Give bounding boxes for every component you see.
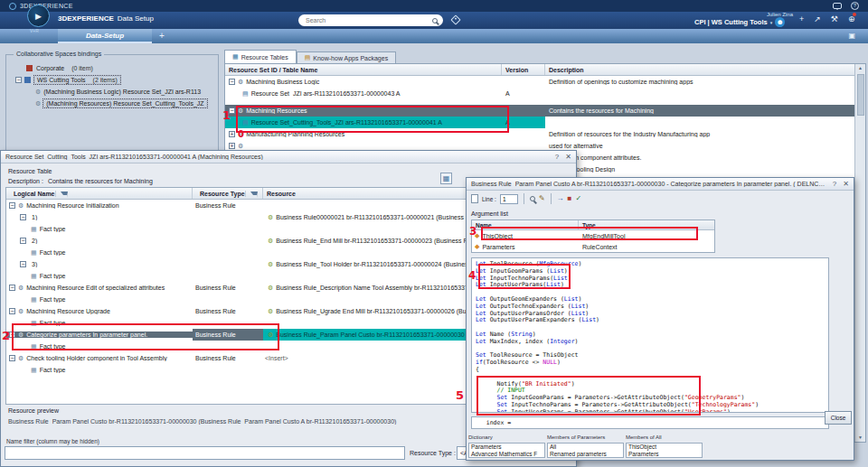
column-header-resource-type[interactable]: Resource Type	[193, 188, 263, 199]
column-header-name[interactable]: Resource Set ID / Table Name	[225, 64, 502, 75]
code-line: if(ToolResource <> NULL)	[476, 360, 828, 367]
resource-type	[193, 258, 263, 270]
argument-row-parameters[interactable]: ◆Parameters RuleContext	[472, 241, 714, 252]
table-row[interactable]: Machining Business Logic Definition of o…	[225, 76, 854, 88]
expander-icon[interactable]	[9, 202, 15, 209]
expander-icon[interactable]	[229, 143, 235, 149]
list-item[interactable]: Parameters	[469, 444, 544, 451]
column-header-name[interactable]: Name	[472, 220, 579, 229]
page-icon[interactable]	[471, 194, 478, 203]
logical-name: Fact type	[40, 273, 66, 279]
vertical-scrollbar[interactable]: ▲ ▼	[854, 64, 865, 442]
dictionary-list[interactable]: ParametersAdvanced Mathematics FPart Mea…	[468, 443, 545, 458]
resource-type	[193, 211, 263, 223]
edit-icon[interactable]: ✎	[539, 192, 545, 205]
column-header-type[interactable]: Type	[579, 220, 714, 229]
expander-icon[interactable]	[20, 238, 26, 244]
table-row[interactable]: Resource Set_JZI ars-R1132101653371-0000…	[225, 88, 854, 99]
expander-icon[interactable]	[9, 308, 15, 314]
new-tab-button[interactable]: +	[159, 31, 165, 41]
avatar[interactable]: ☻	[775, 17, 785, 27]
maximize-icon[interactable]: ▣	[848, 32, 855, 40]
name-filter-input[interactable]	[5, 446, 405, 460]
help-button[interactable]: ?	[555, 153, 559, 161]
search-icon[interactable]	[530, 196, 535, 201]
column-header-logical-name[interactable]: Logical Name	[6, 188, 193, 199]
resource-type	[193, 247, 263, 258]
tree-item-machining-resources[interactable]: ⚙ (Machining Resources) Resource Set_Cut…	[6, 98, 218, 109]
code-line: Notify("BR Initiated")	[476, 381, 828, 388]
expander-icon[interactable]	[20, 261, 26, 267]
dialog-title-bar[interactable]: Business Rule_Param Panel Custo A br-R11…	[467, 178, 854, 191]
app-brand: 3DEXPERIENCE	[58, 14, 114, 23]
line-number-input[interactable]	[500, 194, 518, 204]
expander-icon[interactable]	[15, 77, 22, 83]
scroll-up-icon[interactable]: ▲	[858, 64, 863, 72]
filter-icon[interactable]	[250, 191, 258, 198]
chat-bubble-icon[interactable]	[833, 3, 842, 9]
expander-icon[interactable]	[20, 214, 26, 220]
expander-icon[interactable]	[229, 79, 235, 85]
list-item[interactable]: Renamed parameters	[548, 451, 623, 458]
close-button[interactable]: ✕	[565, 153, 571, 161]
tools-icon[interactable]: ⚒	[831, 13, 838, 25]
list-item[interactable]: Advanced Mathematics F	[469, 451, 544, 458]
search-input[interactable]	[304, 16, 432, 24]
members-of-parameters-list[interactable]: AllRenamed parametersEnd Mill	[547, 443, 624, 458]
add-icon[interactable]: +	[799, 13, 804, 25]
expander-icon[interactable]	[9, 332, 15, 338]
tree-item-corporate[interactable]: Corporate (0 item)	[6, 62, 218, 74]
table-view-button[interactable]: ▦	[440, 173, 452, 184]
list-item[interactable]: End Mill	[548, 457, 623, 458]
scroll-down-icon[interactable]: ▼	[858, 434, 863, 442]
filter-icon[interactable]	[61, 191, 68, 198]
table-row[interactable]: Machining Resources Contains the resourc…	[225, 105, 854, 117]
column-header-version[interactable]: Version	[502, 64, 545, 75]
tab-know-how-apps-packages[interactable]: ▤ Know-how Apps Packages	[297, 51, 397, 63]
argument-name: ThisObject	[482, 233, 512, 239]
share-icon[interactable]: ↗	[814, 13, 821, 25]
resource-value: Business Rule_Tool Holder br-R1132101653…	[276, 261, 483, 267]
dialog-title-bar[interactable]: Resource Set_Cutting_Tools_JZI ars-R1132…	[1, 151, 576, 163]
tab-data-setup[interactable]: Data-Setup	[58, 29, 152, 43]
help-button[interactable]: ?	[833, 180, 836, 188]
expander-icon[interactable]	[229, 107, 235, 114]
list-item[interactable]: All	[548, 444, 623, 451]
list-item[interactable]: Parameters	[627, 451, 702, 458]
row-type-icon	[31, 343, 37, 350]
ekl-code-editor[interactable]: Let ToolResource (MfgResource)Let InputG…	[471, 257, 829, 413]
tree-item-ws-cutting-tools[interactable]: WS Cutting Tools (2 items)	[6, 74, 218, 86]
scrollbar-thumb[interactable]	[857, 74, 864, 116]
tree-label: Corporate	[36, 65, 64, 71]
dictionary-header: Dictionary	[468, 434, 545, 443]
stop-icon[interactable]: ■	[568, 192, 572, 205]
expander-icon[interactable]	[229, 131, 235, 137]
globe-icon[interactable]: ⊕	[848, 13, 855, 25]
expander-icon[interactable]	[9, 285, 15, 291]
tab-resource-tables[interactable]: ▦ Resource Tables	[224, 50, 297, 63]
argument-table: Name Type ◆ThisObject MfgEndMillTool ◆Pa…	[471, 219, 715, 253]
tree-item-machining-business-logic[interactable]: ⚙ (Machining Business Logic) Resource Se…	[6, 86, 218, 98]
search-icon[interactable]	[432, 18, 438, 23]
goto-line-icon[interactable]: →	[557, 192, 564, 205]
table-row[interactable]: Resource Set_Cutting_Tools_JZI ars-R1132…	[225, 117, 854, 128]
code-index-line[interactable]: index =	[471, 416, 829, 429]
search-bar[interactable]	[298, 14, 443, 26]
expander-icon[interactable]	[9, 355, 15, 361]
list-item[interactable]: ThisObject	[627, 444, 702, 451]
resource-type: Business Rule	[193, 305, 263, 317]
logical-name: 2)	[32, 238, 37, 244]
check-syntax-icon[interactable]: ✓	[575, 192, 581, 205]
close-dialog-button[interactable]: Close	[825, 411, 852, 425]
table-row[interactable]: Manufacturing Planning Resources Definit…	[225, 128, 854, 140]
3dexperience-compass-logo[interactable]: ▶	[27, 5, 50, 27]
resource-type: Business Rule	[193, 352, 263, 364]
argument-row-thisobject[interactable]: ◆ThisObject MfgEndMillTool	[472, 230, 714, 241]
close-button[interactable]: ✕	[843, 180, 849, 188]
column-header-description[interactable]: Description	[545, 64, 854, 75]
workspace-selector[interactable]: CPI | WS Cutting Tools ▾ ☻	[694, 17, 785, 27]
list-item[interactable]: Part Measures	[469, 457, 544, 458]
help-icon[interactable]: ?	[851, 2, 859, 10]
tree-label: WS Cutting Tools	[37, 77, 86, 83]
members-of-all-list[interactable]: ThisObjectParameters	[626, 443, 703, 458]
